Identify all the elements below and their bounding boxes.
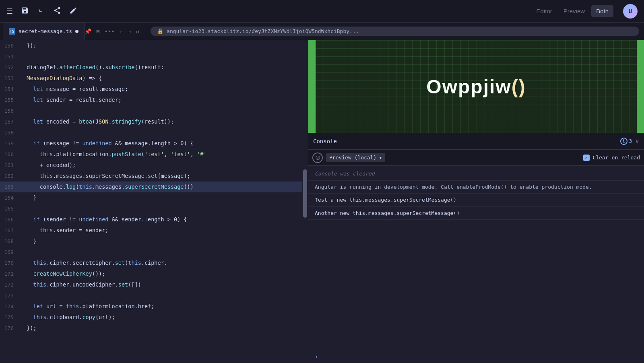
code-line-159: 159 if (message != undefined && message.… bbox=[0, 138, 308, 149]
file-tab-secret-message[interactable]: TS secret-message.ts bbox=[3, 23, 85, 40]
top-bar-actions: ☰ bbox=[6, 6, 77, 16]
share-icon[interactable] bbox=[53, 6, 61, 16]
code-line-158: 158 bbox=[0, 127, 308, 138]
tab-both[interactable]: Both bbox=[591, 5, 613, 17]
console-panel: Console i 3 ∨ ⊘ Preview (local) ▾ ✓ C bbox=[308, 133, 644, 363]
forward-icon[interactable]: → bbox=[128, 28, 131, 35]
modified-dot bbox=[75, 30, 78, 33]
file-tab-bar: TS secret-message.ts 📌 ⊞ ••• ← → ↺ 🔒 ang… bbox=[0, 23, 644, 40]
code-line-153: 153 MessageDialogData) => { bbox=[0, 73, 308, 84]
code-line-154: 154 let message = result.message; bbox=[0, 84, 308, 95]
file-tab-controls: 📌 ⊞ ••• ← → ↺ bbox=[85, 28, 146, 35]
code-line-166: 166 if (sender != undefined && sender.le… bbox=[0, 214, 308, 225]
console-badge-count: 3 bbox=[629, 138, 632, 144]
code-line-151: 151 bbox=[0, 51, 308, 62]
code-line-167: 167 this.sender = sender; bbox=[0, 225, 308, 236]
typescript-icon: TS bbox=[9, 28, 15, 35]
top-bar-right: Editor Preview Both U bbox=[532, 4, 638, 19]
menu-icon[interactable]: ☰ bbox=[6, 7, 13, 15]
code-line-173: 173 bbox=[0, 290, 308, 301]
code-line-164: 164 } bbox=[0, 192, 308, 203]
code-line-171: 171 createNewCipherKey()); bbox=[0, 268, 308, 279]
right-panel: Owppjiw() Console i 3 ∨ ⊘ bbox=[308, 40, 644, 363]
code-line-163: 163 console.log(this.messages.superSecre… bbox=[0, 182, 308, 192]
preview-main: Owppjiw() bbox=[316, 40, 637, 133]
console-badge: i 3 bbox=[620, 138, 632, 145]
source-label: Preview (local) bbox=[329, 155, 376, 161]
code-line-168: 168 } bbox=[0, 236, 308, 247]
code-line-162: 162 this.messages.superSecretMessage.set… bbox=[0, 171, 308, 182]
console-expand-icon[interactable]: ∨ bbox=[635, 137, 639, 145]
clear-icon: ⊘ bbox=[315, 155, 320, 161]
console-message-angular: Angular is running in development mode. … bbox=[308, 181, 644, 194]
console-source-selector[interactable]: Preview (local) ▾ bbox=[326, 153, 385, 162]
console-messages: Console was cleared Angular is running i… bbox=[308, 166, 644, 350]
top-bar: ☰ Editor Preview Both bbox=[0, 0, 644, 23]
console-header: Console i 3 ∨ bbox=[308, 133, 644, 150]
console-prompt-arrow: › bbox=[315, 353, 318, 360]
code-line-160: 160 this.platformLocation.pushState('tes… bbox=[0, 149, 308, 160]
code-line-175: 175 this.clipboard.copy(url); bbox=[0, 312, 308, 323]
reload-icon[interactable]: ↺ bbox=[136, 28, 139, 35]
code-line-174: 174 let url = this.platformLocation.href… bbox=[0, 301, 308, 312]
url-text: angular-io23.stackblitz.io/#eyJtZXNzYWdl… bbox=[167, 28, 359, 34]
code-line-170: 170 this.cipher.secretCipher.set(this.ci… bbox=[0, 258, 308, 268]
pin-icon[interactable]: 📌 bbox=[85, 28, 91, 35]
fork-icon[interactable] bbox=[37, 6, 45, 16]
console-toolbar: ⊘ Preview (local) ▾ ✓ Clear on reload bbox=[308, 150, 644, 166]
view-tabs: Editor Preview Both bbox=[532, 5, 613, 17]
code-editor[interactable]: 150 }); 151 152 dialogRef.afterClosed().… bbox=[0, 40, 308, 363]
angular-text: Angular is running in development mode. … bbox=[315, 184, 592, 190]
console-message-test2: Another new this.messages.superSecretMes… bbox=[308, 207, 644, 220]
console-input[interactable] bbox=[321, 354, 638, 360]
cleared-text: Console was cleared bbox=[315, 171, 375, 177]
preview-left-bar bbox=[308, 40, 316, 133]
dropdown-icon: ▾ bbox=[379, 155, 382, 161]
split-icon[interactable]: ⊞ bbox=[96, 28, 99, 35]
code-line-165: 165 bbox=[0, 203, 308, 214]
code-line-161: 161 + encoded); bbox=[0, 160, 308, 171]
code-line-150: 150 }); bbox=[0, 40, 308, 51]
console-prompt: › bbox=[308, 350, 644, 363]
more-icon[interactable]: ••• bbox=[105, 28, 115, 35]
user-avatar[interactable]: U bbox=[623, 4, 638, 19]
save-icon[interactable] bbox=[21, 6, 29, 16]
console-info-icon: i bbox=[620, 138, 627, 145]
console-message-test1: Test a new this.messages.superSecretMess… bbox=[308, 194, 644, 207]
back-icon[interactable]: ← bbox=[120, 28, 123, 35]
main-content: 150 }); 151 152 dialogRef.afterClosed().… bbox=[0, 40, 644, 363]
url-bar[interactable]: 🔒 angular-io23.stackblitz.io/#eyJtZXNzYW… bbox=[151, 27, 639, 36]
file-tab-name: secret-message.ts bbox=[19, 28, 72, 34]
tab-editor[interactable]: Editor bbox=[532, 5, 557, 17]
test1-text: Test a new this.messages.superSecretMess… bbox=[315, 197, 456, 203]
code-lines: 150 }); 151 152 dialogRef.afterClosed().… bbox=[0, 40, 308, 334]
clear-on-reload: ✓ Clear on reload bbox=[583, 155, 640, 161]
code-line-176: 176 }); bbox=[0, 323, 308, 334]
clear-on-reload-checkbox[interactable]: ✓ bbox=[583, 155, 590, 161]
console-message-cleared: Console was cleared bbox=[308, 167, 644, 181]
scrollbar-track[interactable] bbox=[302, 40, 308, 363]
preview-grid bbox=[316, 40, 637, 133]
console-title: Console bbox=[313, 138, 617, 144]
edit-icon[interactable] bbox=[69, 6, 77, 16]
code-line-155: 155 let sender = result.sender; bbox=[0, 95, 308, 105]
code-line-157: 157 let encoded = btoa(JSON.stringify(re… bbox=[0, 116, 308, 127]
preview-right-bar bbox=[637, 40, 644, 133]
lock-icon: 🔒 bbox=[157, 28, 163, 34]
clear-on-reload-label: Clear on reload bbox=[593, 155, 640, 161]
code-line-156: 156 bbox=[0, 105, 308, 116]
preview-area: Owppjiw() bbox=[308, 40, 644, 133]
code-line-152: 152 dialogRef.afterClosed().subscribe((r… bbox=[0, 62, 308, 73]
test2-text: Another new this.messages.superSecretMes… bbox=[315, 210, 460, 216]
code-line-172: 172 this.cipher.uncodedCipher.set([]) bbox=[0, 279, 308, 290]
console-clear-button[interactable]: ⊘ bbox=[312, 153, 323, 163]
scrollbar-thumb[interactable] bbox=[303, 169, 307, 218]
tab-preview[interactable]: Preview bbox=[559, 5, 590, 17]
code-line-169: 169 bbox=[0, 247, 308, 258]
